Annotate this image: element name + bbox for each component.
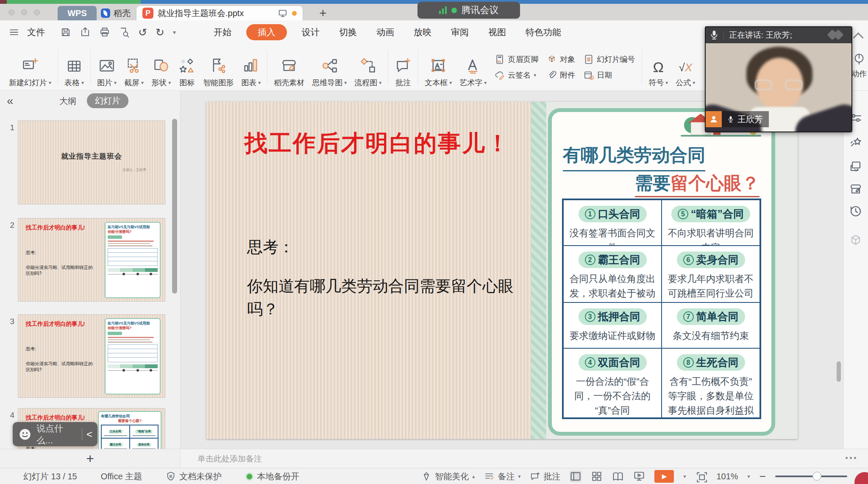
cell-desc: 要求几年内求职者不可跳槽至同行业公司工作 (662, 272, 760, 302)
smart-graphic-button[interactable]: 智能图形 (199, 44, 237, 90)
quick-access-caret-icon[interactable]: ▾ (173, 29, 176, 35)
symbol-button[interactable]: Ω 符号▾ (645, 44, 672, 90)
slide-title[interactable]: 找工作后才明白的事儿！ (245, 128, 510, 159)
share-screen-icon[interactable] (278, 8, 288, 18)
tab-animation[interactable]: 动画 (367, 20, 404, 44)
file-menu[interactable]: 文件 (27, 26, 45, 38)
slide-thumbnail-2[interactable]: 找工作后才明白的事儿! 思考: 你能分清实习期、试用期和转正的区别吗? 实习期V… (18, 218, 165, 302)
slide-question-text[interactable]: 你知道有哪几类劳动合同需要留个心眼吗？ (247, 275, 527, 320)
export-icon[interactable] (80, 27, 91, 38)
ribbon-label: 对象 (560, 54, 575, 64)
slide-number-button[interactable]: 幻灯片编号 (584, 54, 635, 64)
comment-button[interactable]: 批注 (391, 44, 415, 90)
new-tab-button[interactable]: + (314, 5, 331, 22)
document-tab[interactable]: P 就业指导主题班会.pptx (136, 6, 303, 20)
beautify-star-icon[interactable] (849, 136, 862, 149)
decorative-band (531, 102, 546, 439)
hamburger-menu-icon[interactable] (8, 27, 19, 38)
more-options-icon[interactable] (846, 457, 856, 459)
wordart-button[interactable]: 艺术字▾ (456, 44, 490, 90)
tab-design[interactable]: 设计 (292, 20, 329, 44)
tab-review[interactable]: 审阅 (441, 20, 479, 44)
docer-tab[interactable]: 稻壳 (101, 6, 131, 20)
zoom-out-button[interactable]: − (760, 471, 766, 482)
outline-tab[interactable]: 大纲 (59, 95, 76, 107)
window-close-button[interactable] (8, 9, 14, 15)
new-slide-button[interactable]: 新建幻灯片▾ (5, 44, 55, 90)
slide-thumbnail-1[interactable]: 就业指导主题班会 主讲人：王欣芳 (18, 120, 165, 204)
window-zoom-button[interactable] (34, 9, 40, 15)
smart-beautify-button[interactable]: 智能美化▴ (421, 471, 475, 482)
notes-placeholder[interactable]: 单击此处添加备注 (198, 449, 262, 468)
formula-button[interactable]: √X 公式▾ (672, 44, 699, 90)
comment-toggle-button[interactable]: 批注 (530, 471, 560, 482)
reading-view-icon[interactable] (612, 470, 624, 482)
meeting-video-panel[interactable]: 正在讲话: 王欣芳; 王欣芳 (705, 26, 852, 132)
chat-input-placeholder[interactable]: 说点什么... (36, 422, 78, 446)
theme-name[interactable]: Office 主题 (101, 471, 142, 482)
save-icon[interactable] (60, 27, 71, 38)
sidebar-scrollbar[interactable] (172, 119, 177, 294)
slideshow-setup-icon[interactable] (633, 470, 645, 482)
tab-slideshow[interactable]: 放映 (404, 20, 441, 44)
flowchart-button[interactable]: 流程图▾ (351, 44, 385, 90)
tab-insert[interactable]: 插入 (246, 24, 287, 40)
table-button[interactable]: 表格▾ (61, 44, 88, 90)
print-icon[interactable] (99, 27, 110, 38)
zoom-slider-knob[interactable] (812, 472, 821, 481)
screenshot-button[interactable]: 截屏▾ (120, 44, 147, 90)
textbox-button[interactable]: 文本框▾ (421, 44, 456, 90)
collapse-sidebar-icon[interactable]: « (7, 94, 14, 108)
slides-tab-active[interactable]: 幻灯片 (87, 93, 128, 108)
normal-view-icon[interactable] (570, 470, 581, 482)
icons-button[interactable]: 图标 (175, 44, 199, 90)
duplicate-icon[interactable] (849, 159, 862, 173)
notes-toggle-button[interactable]: 备注▾ (484, 471, 520, 482)
collapse-chat-icon[interactable]: < (86, 428, 92, 440)
tab-home[interactable]: 开始 (204, 20, 241, 44)
meeting-chat-pill[interactable]: 说点什么... < (13, 422, 97, 446)
history-clock-icon[interactable] (849, 204, 862, 218)
protect-status[interactable]: 文档未保护 (166, 471, 222, 482)
slide-sorter-view-icon[interactable] (591, 470, 603, 482)
emoji-icon[interactable] (18, 427, 32, 442)
slide-think-label[interactable]: 思考： (247, 237, 294, 258)
play-options-caret-icon[interactable]: ▾ (683, 473, 686, 479)
add-slide-button[interactable]: + (86, 452, 94, 465)
docer-material-button[interactable]: 稻壳素材 (270, 44, 308, 90)
ribbon-label: 页眉页脚 (508, 54, 538, 64)
zoom-percentage[interactable]: 101% (716, 472, 738, 481)
tab-view[interactable]: 视图 (479, 20, 516, 44)
zoom-caret-icon[interactable]: ▾ (748, 473, 750, 479)
fit-slide-icon[interactable] (695, 470, 707, 482)
tencent-meeting-pill[interactable]: 腾讯会议 (417, 2, 520, 19)
shapes-button[interactable]: 形状▾ (147, 44, 175, 90)
mindmap-button[interactable]: 思维导图▾ (308, 44, 351, 90)
contract-infographic-card[interactable]: 有哪几类劳动合同 需要留个心眼？ 1口头合同 没有签署书面合同文件 5“暗箱”合… (548, 108, 775, 436)
backup-status[interactable]: 本地备份开 (245, 471, 299, 482)
wps-home-tab[interactable]: WPS (58, 6, 97, 20)
slide-canvas[interactable]: 找工作后才明白的事儿！ 思考： 你知道有哪几类劳动合同需要留个心眼吗？ 有哪几类 (206, 102, 798, 439)
slide-thumbnail-3[interactable]: 找工作后才明白的事儿! 思考: 你能分清实习期、试用期和转正的区别吗? 实习期V… (18, 314, 165, 398)
date-button[interactable]: 日期 (584, 70, 635, 80)
redo-icon[interactable]: ↻ (156, 27, 164, 38)
chart-button[interactable]: 图表▾ (237, 44, 264, 90)
docer-shop-icon[interactable] (849, 182, 862, 196)
picture-button[interactable]: 图片▾ (93, 44, 120, 90)
tab-special-features[interactable]: 特色功能 (516, 20, 571, 44)
resource-box-icon[interactable] (849, 233, 862, 247)
object-button[interactable]: 对象 (547, 54, 575, 64)
window-minimize-button[interactable] (21, 9, 27, 15)
zoom-slider[interactable] (775, 476, 847, 477)
header-footer-button[interactable]: 页眉页脚 (495, 54, 538, 64)
cloud-sign-button[interactable]: 云签名▾ (495, 70, 538, 80)
main-scrollbar[interactable] (837, 361, 841, 382)
undo-icon[interactable]: ↺ (138, 27, 147, 38)
play-slideshow-button[interactable]: ▶ (654, 470, 674, 483)
tab-transition[interactable]: 切换 (329, 20, 367, 44)
action-button[interactable]: 动作 (850, 53, 868, 79)
cell-desc: 条文没有细节约束 (662, 329, 760, 343)
print-preview-icon[interactable] (119, 27, 130, 38)
attachment-button[interactable]: 附件 (547, 70, 575, 80)
table-cell: 5“暗箱”合同 不向求职者讲明合同内容 (662, 200, 760, 246)
